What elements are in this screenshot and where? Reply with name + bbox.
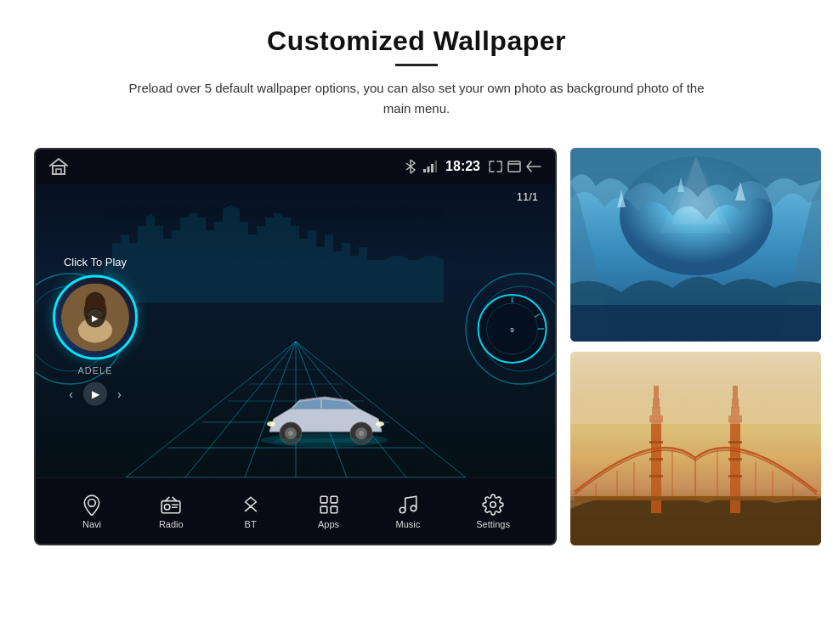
car-svg xyxy=(252,385,397,449)
nav-label-bt: BT xyxy=(245,519,257,529)
bluetooth-status-icon xyxy=(405,159,416,174)
svg-rect-96 xyxy=(575,496,817,500)
svg-rect-86 xyxy=(728,475,742,477)
nav-item-settings[interactable]: Settings xyxy=(476,494,510,529)
bluetooth-icon xyxy=(240,494,262,516)
nav-item-apps[interactable]: Apps xyxy=(318,494,340,529)
expand-icon[interactable] xyxy=(489,161,502,172)
next-button[interactable]: › xyxy=(117,387,122,401)
svg-text:9: 9 xyxy=(510,326,514,334)
svg-rect-52 xyxy=(331,496,337,503)
settings-icon xyxy=(482,494,504,516)
svg-point-48 xyxy=(165,504,171,510)
nav-item-navi[interactable]: Navi xyxy=(81,494,103,529)
window-icon[interactable] xyxy=(507,161,521,172)
svg-rect-82 xyxy=(649,458,663,460)
location-icon xyxy=(81,494,103,516)
gauge-right: 9 xyxy=(476,293,548,369)
svg-rect-6 xyxy=(508,161,520,172)
car-screen: 18:23 xyxy=(34,148,557,545)
nav-label-apps: Apps xyxy=(318,519,339,529)
ice-cave-svg xyxy=(570,148,821,342)
screen-main: Click To Play xyxy=(36,184,555,477)
nav-item-bt[interactable]: BT xyxy=(240,494,262,529)
title-section: Customized Wallpaper Preload over 5 defa… xyxy=(119,25,714,119)
title-divider xyxy=(395,64,438,66)
vinyl-disc[interactable]: ▶ xyxy=(53,275,138,360)
svg-point-57 xyxy=(490,501,496,507)
svg-rect-4 xyxy=(431,164,434,172)
home-icon[interactable] xyxy=(49,158,68,175)
svg-rect-5 xyxy=(435,161,438,172)
bridge-svg xyxy=(570,352,821,545)
nav-label-navi: Navi xyxy=(82,519,101,529)
svg-rect-84 xyxy=(728,441,742,443)
music-icon xyxy=(397,494,419,516)
status-left xyxy=(49,158,68,175)
nav-item-music[interactable]: Music xyxy=(396,494,421,529)
svg-point-46 xyxy=(88,499,96,506)
back-icon[interactable] xyxy=(526,161,541,172)
svg-rect-2 xyxy=(423,169,426,172)
click-to-play-label[interactable]: Click To Play xyxy=(64,256,127,268)
wallpaper-thumbnails xyxy=(570,148,821,545)
svg-point-56 xyxy=(411,506,416,511)
page-subtitle: Preload over 5 default wallpaper options… xyxy=(119,78,714,119)
play-pause-button[interactable]: ▶ xyxy=(83,382,107,406)
svg-rect-53 xyxy=(320,506,327,513)
date-display: 11/1 xyxy=(517,190,538,203)
svg-point-31 xyxy=(267,421,275,427)
svg-point-26 xyxy=(288,431,293,436)
city-skyline-svg xyxy=(104,201,444,302)
svg-rect-3 xyxy=(428,167,430,172)
svg-rect-60 xyxy=(570,305,821,342)
svg-rect-83 xyxy=(649,475,663,477)
wallpaper-thumb-bridge[interactable] xyxy=(570,352,821,545)
page-title: Customized Wallpaper xyxy=(119,25,714,57)
svg-rect-85 xyxy=(728,458,742,460)
svg-rect-97 xyxy=(570,352,821,424)
nav-item-radio[interactable]: Radio xyxy=(159,494,184,529)
radio-icon xyxy=(160,494,182,516)
wallpaper-thumb-ice[interactable] xyxy=(570,148,821,342)
svg-rect-0 xyxy=(53,166,65,174)
svg-rect-54 xyxy=(331,506,337,513)
status-bar: 18:23 xyxy=(36,150,555,184)
bottom-nav: Navi Radio xyxy=(36,477,555,544)
nav-label-music: Music xyxy=(396,519,421,529)
nav-label-radio: Radio xyxy=(159,519,184,529)
page-container: Customized Wallpaper Preload over 5 defa… xyxy=(0,0,833,644)
prev-button[interactable]: ‹ xyxy=(69,387,73,401)
play-button[interactable]: ▶ xyxy=(85,308,105,328)
status-right: 18:23 xyxy=(405,159,541,174)
signal-icon xyxy=(423,161,437,172)
nav-label-settings: Settings xyxy=(476,519,510,529)
svg-point-30 xyxy=(376,421,384,427)
music-player: Click To Play xyxy=(53,256,138,406)
gauge-svg: 9 xyxy=(476,293,548,365)
player-controls: ‹ ▶ › xyxy=(69,382,121,406)
content-area: 18:23 xyxy=(34,148,799,545)
nav-arrows xyxy=(489,161,541,172)
svg-rect-81 xyxy=(649,441,663,443)
apps-icon xyxy=(318,494,340,516)
svg-point-29 xyxy=(359,431,364,436)
artist-label: ADELE xyxy=(77,365,112,376)
status-time: 18:23 xyxy=(445,159,480,174)
svg-rect-51 xyxy=(320,496,327,503)
status-nav-icons xyxy=(405,159,437,174)
svg-point-55 xyxy=(400,507,405,513)
car-image xyxy=(252,385,397,452)
